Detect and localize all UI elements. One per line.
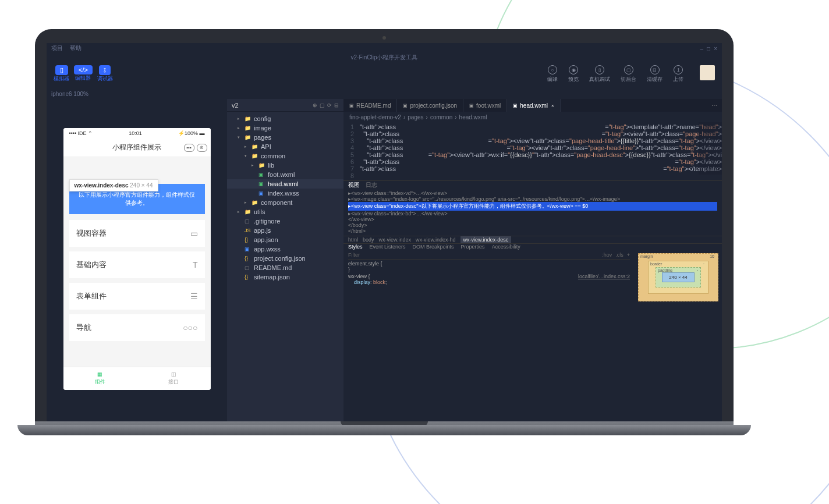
tree-node[interactable]: ▸📁image <box>227 123 343 133</box>
preview-button[interactable]: ◉预览 <box>568 65 579 83</box>
dom-node[interactable]: ▸<wx-image class="index-logo" src="../re… <box>348 196 717 202</box>
dom-crumb[interactable]: body <box>363 237 374 243</box>
styles-tab[interactable]: Properties <box>461 244 485 250</box>
code-line[interactable]: "t-attr">class <box>360 151 428 158</box>
refresh-icon[interactable]: ⟳ <box>327 102 332 108</box>
dom-node[interactable]: ▸<wx-view class="index-bd">…</wx-view> <box>348 211 717 216</box>
simulator-toggle[interactable]: ▯ <box>55 65 68 75</box>
margin-top-val: 10 <box>710 254 714 258</box>
avatar[interactable] <box>700 65 715 80</box>
file-icon: ▣ <box>403 103 408 108</box>
window-max-icon[interactable]: □ <box>707 45 710 52</box>
tree-node[interactable]: ▸📁config <box>227 114 343 123</box>
close-icon[interactable]: × <box>551 103 554 108</box>
css-rule[interactable]: localfile:/…index.css:2wx-view {display:… <box>348 274 630 285</box>
code-line[interactable]: "t-attr">class <box>360 158 675 165</box>
code-line[interactable]: "t-attr">class <box>360 130 602 137</box>
tree-node[interactable]: ▣head.wxml <box>227 179 343 189</box>
capsule-menu-icon[interactable]: ••• <box>184 144 194 152</box>
tree-node[interactable]: {}sitemap.json <box>227 272 343 282</box>
tree-node[interactable]: ▣foot.wxml <box>227 170 343 179</box>
collapse-icon[interactable]: ⊟ <box>334 102 339 108</box>
dom-node[interactable]: ▸<wx-view class="index-vd">…</wx-view> <box>348 190 717 196</box>
tab-overflow[interactable]: ⋯ <box>707 99 722 112</box>
tree-node[interactable]: ▾📁pages <box>227 133 343 142</box>
tree-node[interactable]: ▸📁component <box>227 198 343 207</box>
tree-node[interactable]: ▣index.wxss <box>227 189 343 198</box>
background-button[interactable]: ▢切后台 <box>621 65 636 83</box>
code-line[interactable]: "t-attr">class <box>360 123 605 130</box>
dom-node[interactable]: </body> <box>348 222 717 228</box>
tree-node[interactable]: ▢.gitignore <box>227 216 343 226</box>
editor-toggle[interactable]: </> <box>74 65 93 74</box>
crumb-item[interactable]: fino-applet-demo-v2 <box>349 114 401 120</box>
clear-cache-button[interactable]: ⊟清缓存 <box>647 65 663 83</box>
tab-view[interactable]: 视图 <box>348 181 360 189</box>
dom-crumb[interactable]: wx-view.index-desc <box>460 236 512 243</box>
add-rule-button[interactable]: + <box>627 252 630 258</box>
editor-tab[interactable]: ▣foot.wxml <box>463 99 507 112</box>
tree-node[interactable]: ▸📁utils <box>227 207 343 216</box>
code-editor[interactable]: 1"t-attr">class="t-tag"><template "t-att… <box>343 122 722 180</box>
device-bar[interactable]: iphone6 100% <box>47 88 722 99</box>
menu-help[interactable]: 帮助 <box>70 44 82 52</box>
code-line[interactable]: "t-attr">class <box>360 144 506 151</box>
tree-node[interactable]: ▣app.wxss <box>227 244 343 254</box>
upload-button[interactable]: ↥上传 <box>673 65 683 83</box>
tree-node[interactable]: ▸📁lib <box>227 161 343 170</box>
rule-source[interactable]: localfile:/…index.css:2 <box>578 274 630 279</box>
file-name: lib <box>268 162 274 169</box>
tree-node[interactable]: {}app.json <box>227 235 343 244</box>
cls-button[interactable]: .cls <box>615 252 623 258</box>
dom-tree[interactable]: ▸<wx-view class="index-vd">…</wx-view>▸<… <box>343 189 722 236</box>
code-line[interactable]: "t-attr">class <box>360 137 488 144</box>
compile-button[interactable]: ○编译 <box>547 65 558 83</box>
editor-tab[interactable]: ▣head.wxml× <box>507 99 560 112</box>
crumb-item[interactable]: head.wxml <box>459 114 487 120</box>
styles-tab[interactable]: Accessibility <box>492 244 520 250</box>
capsule-close-icon[interactable]: ⊙ <box>197 144 207 152</box>
window-close-icon[interactable]: × <box>714 45 717 52</box>
code-line[interactable]: "t-attr">class <box>360 165 663 172</box>
tab-components[interactable]: ▦组件 <box>63 367 137 390</box>
window-min-icon[interactable]: – <box>700 45 704 52</box>
styles-tab[interactable]: Styles <box>348 244 363 250</box>
styles-panel[interactable]: Filter :hov.cls+ element.style {}</span>… <box>343 250 635 305</box>
camera-dot <box>382 36 386 40</box>
minimap[interactable] <box>699 122 722 175</box>
dom-node[interactable]: </html> <box>348 228 717 234</box>
filter-input[interactable]: Filter <box>348 252 360 258</box>
tree-node[interactable]: JSapp.js <box>227 226 343 235</box>
dom-crumb[interactable]: wx-view.index <box>379 237 412 243</box>
tree-node[interactable]: {}project.config.json <box>227 254 343 263</box>
debugger-toggle[interactable]: ⫱ <box>99 65 111 75</box>
tree-node[interactable]: ▸📁API <box>227 142 343 151</box>
editor-tab[interactable]: ▣README.md <box>343 99 397 112</box>
tab-log[interactable]: 日志 <box>366 181 377 189</box>
new-folder-icon[interactable]: ▢ <box>320 102 325 108</box>
css-rule[interactable]: element.style {} <box>348 261 630 272</box>
styles-tab[interactable]: Event Listeners <box>370 244 406 250</box>
dom-node[interactable]: ▸<wx-view class="index-desc">以下将展示小程序官方组… <box>348 202 717 211</box>
dom-crumb[interactable]: html <box>348 237 358 243</box>
tree-node[interactable]: ▾📁common <box>227 151 343 161</box>
editor-panel: ▣README.md▣project.config.json▣foot.wxml… <box>343 99 722 421</box>
list-item[interactable]: 视图容器▭ <box>69 220 205 247</box>
tab-api[interactable]: ◫接口 <box>137 367 211 390</box>
list-item[interactable]: 表单组件☰ <box>69 283 205 310</box>
tab-label: 接口 <box>168 378 179 386</box>
crumb-item[interactable]: common <box>430 114 452 120</box>
menu-project[interactable]: 项目 <box>51 44 63 52</box>
code-line[interactable] <box>360 172 722 179</box>
hov-button[interactable]: :hov <box>602 252 612 258</box>
editor-tab[interactable]: ▣project.config.json <box>397 99 463 112</box>
dom-node[interactable]: </wx-view> <box>348 216 717 222</box>
list-item[interactable]: 导航○○○ <box>69 314 205 341</box>
styles-tab[interactable]: DOM Breakpoints <box>413 244 454 250</box>
remote-debug-button[interactable]: ▯真机调试 <box>589 65 610 83</box>
list-item[interactable]: 基础内容T <box>69 251 205 278</box>
crumb-item[interactable]: pages <box>408 114 423 120</box>
new-file-icon[interactable]: ⊕ <box>313 102 317 108</box>
tree-node[interactable]: ▢README.md <box>227 263 343 272</box>
dom-crumb[interactable]: wx-view.index-hd <box>416 237 456 243</box>
